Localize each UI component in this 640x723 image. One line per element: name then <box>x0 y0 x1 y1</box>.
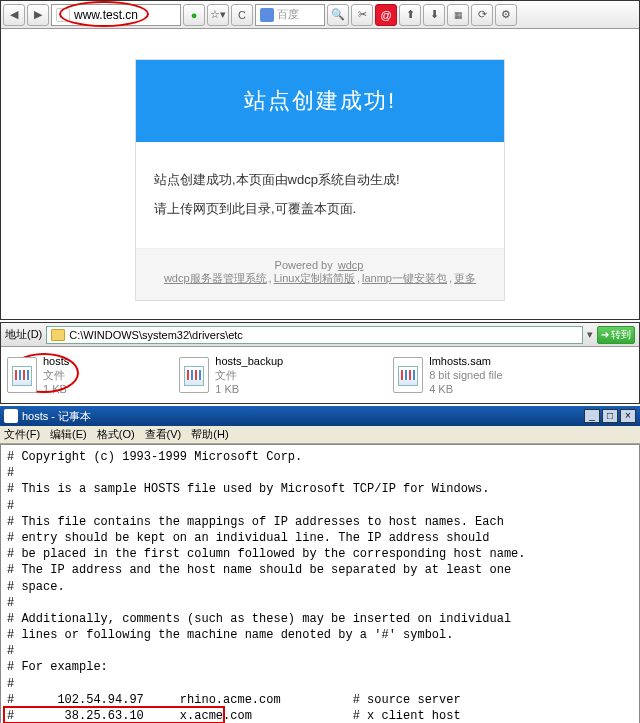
file-type: 文件 <box>43 368 69 382</box>
card-footer: Powered by wdcp wdcp服务器管理系统,Linux定制精简版,l… <box>136 248 504 300</box>
back-button[interactable]: ◀ <box>3 4 25 26</box>
site-icon <box>56 8 70 22</box>
menu-format[interactable]: 格式(O) <box>97 427 135 442</box>
go-button[interactable]: ➔转到 <box>597 326 635 344</box>
file-icon <box>179 357 209 393</box>
forward-button[interactable]: ▶ <box>27 4 49 26</box>
wdcp-link[interactable]: wdcp <box>338 259 364 271</box>
notepad-icon <box>4 409 18 423</box>
file-size: 4 KB <box>429 382 502 396</box>
ext-button-3[interactable]: ⟳ <box>471 4 493 26</box>
menu-bar: 文件(F) 编辑(E) 格式(O) 查看(V) 帮助(H) <box>0 426 640 444</box>
status-icon[interactable]: ● <box>183 4 205 26</box>
editor-text: # Copyright (c) 1993-1999 Microsoft Corp… <box>7 450 525 723</box>
file-name: lmhosts.sam <box>429 354 502 368</box>
file-icon <box>7 357 37 393</box>
close-button[interactable]: × <box>620 409 636 423</box>
file-icon <box>393 357 423 393</box>
foot-link-3[interactable]: lanmp一键安装包 <box>362 272 447 284</box>
menu-edit[interactable]: 编辑(E) <box>50 427 87 442</box>
powered-by-pre: Powered by <box>275 259 336 271</box>
url-text: www.test.cn <box>74 8 138 22</box>
search-box[interactable]: 百度 <box>255 4 325 26</box>
favorite-button[interactable]: ☆▾ <box>207 4 229 26</box>
file-item-hosts-backup[interactable]: hosts_backup 文件 1 KB <box>179 354 283 397</box>
file-item-hosts[interactable]: hosts 文件 1 KB <box>7 354 69 397</box>
menu-help[interactable]: 帮助(H) <box>191 427 228 442</box>
body-line-1: 站点创建成功,本页面由wdcp系统自动生成! <box>154 170 486 191</box>
browser-toolbar: ◀ ▶ www.test.cn ● ☆▾ C 百度 🔍 ✂ @ ⬆ ⬇ ▦ ⟳ … <box>1 1 639 29</box>
editor-body[interactable]: # Copyright (c) 1993-1999 Microsoft Corp… <box>0 444 640 723</box>
search-engine-icon <box>260 8 274 22</box>
browser-window: ◀ ▶ www.test.cn ● ☆▾ C 百度 🔍 ✂ @ ⬆ ⬇ ▦ ⟳ … <box>0 0 640 320</box>
refresh-button[interactable]: C <box>231 4 253 26</box>
ext-button-1[interactable]: ⬆ <box>399 4 421 26</box>
foot-link-4[interactable]: 更多 <box>454 272 476 284</box>
window-title: hosts - 记事本 <box>22 409 91 424</box>
banner-title: 站点创建成功! <box>136 60 504 142</box>
menu-file[interactable]: 文件(F) <box>4 427 40 442</box>
explorer-path-input[interactable]: C:\WINDOWS\system32\drivers\etc <box>46 326 583 344</box>
title-bar[interactable]: hosts - 记事本 _ □ × <box>0 406 640 426</box>
weibo-icon[interactable]: @ <box>375 4 397 26</box>
explorer-window: 地址(D) C:\WINDOWS\system32\drivers\etc ▾ … <box>0 322 640 404</box>
search-icon[interactable]: 🔍 <box>327 4 349 26</box>
scissors-icon[interactable]: ✂ <box>351 4 373 26</box>
address-bar[interactable]: www.test.cn <box>51 4 181 26</box>
card-body: 站点创建成功,本页面由wdcp系统自动生成! 请上传网页到此目录,可覆盖本页面. <box>136 142 504 248</box>
maximize-button[interactable]: □ <box>602 409 618 423</box>
search-placeholder: 百度 <box>277 7 299 22</box>
file-type: 8 bit signed file <box>429 368 502 382</box>
apps-icon[interactable]: ▦ <box>447 4 469 26</box>
address-label: 地址(D) <box>5 327 42 342</box>
file-size: 1 KB <box>43 382 69 396</box>
minimize-button[interactable]: _ <box>584 409 600 423</box>
file-name: hosts_backup <box>215 354 283 368</box>
file-name: hosts <box>43 354 69 368</box>
settings-icon[interactable]: ⚙ <box>495 4 517 26</box>
menu-view[interactable]: 查看(V) <box>145 427 182 442</box>
file-list: hosts 文件 1 KB hosts_backup 文件 1 KB lmhos… <box>1 347 639 403</box>
foot-link-2[interactable]: Linux定制精简版 <box>274 272 355 284</box>
wdcp-card: 站点创建成功! 站点创建成功,本页面由wdcp系统自动生成! 请上传网页到此目录… <box>135 59 505 301</box>
foot-link-1[interactable]: wdcp服务器管理系统 <box>164 272 267 284</box>
file-type: 文件 <box>215 368 283 382</box>
ext-button-2[interactable]: ⬇ <box>423 4 445 26</box>
notepad-window: hosts - 记事本 _ □ × 文件(F) 编辑(E) 格式(O) 查看(V… <box>0 406 640 723</box>
body-line-2: 请上传网页到此目录,可覆盖本页面. <box>154 199 486 220</box>
page-content: 站点创建成功! 站点创建成功,本页面由wdcp系统自动生成! 请上传网页到此目录… <box>1 29 639 319</box>
explorer-address-bar: 地址(D) C:\WINDOWS\system32\drivers\etc ▾ … <box>1 323 639 347</box>
file-item-lmhosts[interactable]: lmhosts.sam 8 bit signed file 4 KB <box>393 354 502 397</box>
file-size: 1 KB <box>215 382 283 396</box>
folder-icon <box>51 329 65 341</box>
path-dropdown-icon[interactable]: ▾ <box>587 328 593 341</box>
path-text: C:\WINDOWS\system32\drivers\etc <box>69 329 243 341</box>
